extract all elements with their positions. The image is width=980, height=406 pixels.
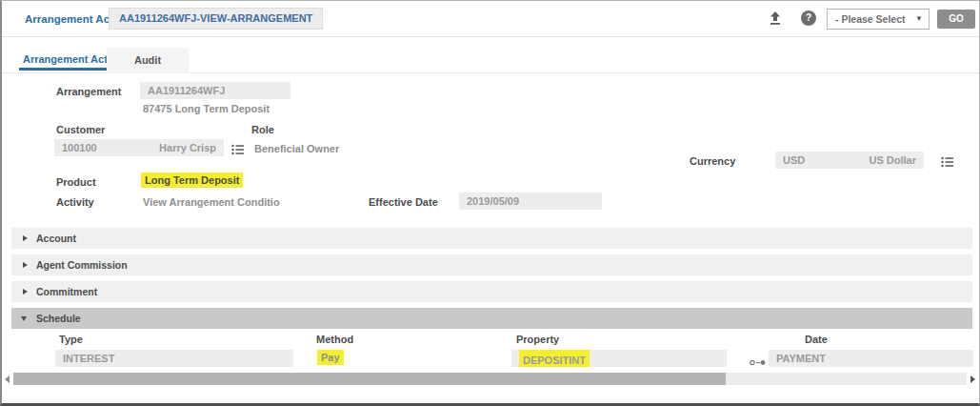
schedule-method-label: Method [316,334,353,345]
accordion-schedule[interactable]: Schedule [11,308,972,329]
schedule-method-value-highlighted: Pay [317,350,344,365]
role-value: Beneficial Owner [254,143,339,154]
chevron-down-icon [21,316,27,321]
arrangement-label: Arrangement [56,86,121,97]
action-select[interactable]: - Please Select ▼ [827,9,930,30]
arrangement-reference-badge: AA1911264WFJ-VIEW-ARRANGEMENT [109,8,323,30]
schedule-type-field: INTEREST [55,350,293,367]
app-window: Arrangement Activity AA1911264WFJ-VIEW-A… [0,0,980,406]
schedule-date-field: PAYMENT [769,350,973,367]
chevron-down-icon: ▼ [915,10,923,29]
schedule-property-label: Property [516,334,559,345]
product-label: Product [56,176,96,188]
currency-code-value: USD [783,152,805,169]
tab-bar: Arrangement Activity Audit [2,47,979,73]
activity-value: View Arrangement Conditio [143,196,280,208]
schedule-property-value-highlighted: DEPOSITINT [519,350,590,367]
arrangement-field: AA1911264WFJ [140,82,290,99]
chevron-right-icon [23,262,28,268]
chevron-right-icon [23,235,28,241]
accordion-account[interactable]: Account [11,228,972,249]
link-icon [750,354,767,371]
action-select-value: - Please Select [835,13,906,25]
go-button[interactable]: GO [937,10,975,29]
accordion-agent-commission[interactable]: Agent Commission [11,254,972,275]
scrollbar-thumb[interactable] [13,373,726,385]
currency-field: USD US Dollar [775,152,924,169]
effective-date-value: 2019/05/09 [467,193,519,210]
header-bar: Arrangement Activity AA1911264WFJ-VIEW-A… [2,1,979,37]
accordion-schedule-label: Schedule [36,313,81,324]
schedule-date-value: PAYMENT [776,350,826,367]
tab-audit[interactable]: Audit [107,48,189,73]
role-label: Role [251,124,274,135]
scroll-left-icon[interactable] [5,376,10,383]
customer-field: 100100 Harry Crisp [54,139,224,156]
arrangement-subtext: 87475 Long Term Deposit [143,103,270,114]
upload-icon[interactable] [768,10,783,26]
customer-label: Customer [56,124,105,135]
currency-name-value: US Dollar [869,152,916,169]
accordion-commitment[interactable]: Commitment [11,281,972,302]
schedule-property-field: DEPOSITINT [511,350,727,367]
effective-date-field: 2019/05/09 [459,193,602,210]
customer-id-value: 100100 [62,139,97,156]
arrangement-value: AA1911264WFJ [148,82,225,99]
accordion-commitment-label: Commitment [36,286,97,297]
effective-date-label: Effective Date [369,196,438,208]
help-icon[interactable]: ? [801,10,816,26]
scroll-right-icon[interactable] [970,376,975,383]
customer-name-value: Harry Crisp [159,139,216,156]
horizontal-scrollbar [2,373,979,385]
product-value-highlighted: Long Term Deposit [141,173,243,188]
schedule-type-value: INTEREST [63,350,114,367]
chevron-right-icon [23,289,28,294]
currency-label: Currency [690,155,735,167]
activity-label: Activity [56,196,94,208]
scrollbar-track[interactable] [13,373,967,385]
customer-list-icon[interactable] [231,142,244,159]
accordion-account-label: Account [36,233,76,244]
schedule-type-label: Type [59,334,83,345]
schedule-date-label: Date [805,334,828,345]
currency-list-icon[interactable] [941,154,953,172]
accordion-agent-commission-label: Agent Commission [36,259,128,271]
